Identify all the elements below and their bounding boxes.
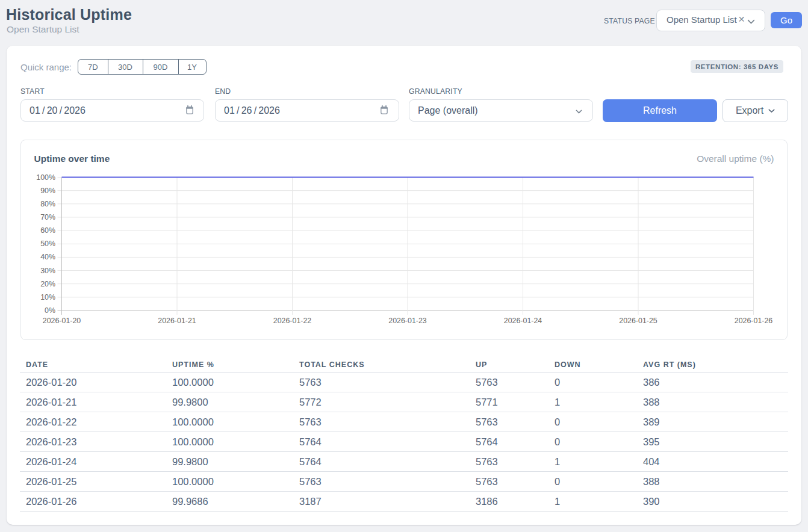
svg-text:10%: 10%	[40, 293, 55, 302]
svg-text:80%: 80%	[40, 200, 55, 208]
svg-text:40%: 40%	[40, 253, 55, 261]
svg-text:2026-01-24: 2026-01-24	[504, 317, 542, 325]
svg-text:2026-01-20: 2026-01-20	[43, 317, 81, 325]
svg-text:20%: 20%	[40, 280, 55, 288]
svg-text:0%: 0%	[45, 306, 55, 315]
svg-text:2026-01-22: 2026-01-22	[273, 317, 311, 325]
svg-text:90%: 90%	[40, 187, 55, 195]
svg-text:100%: 100%	[36, 173, 55, 182]
svg-text:70%: 70%	[40, 213, 55, 221]
svg-text:30%: 30%	[40, 267, 55, 275]
svg-text:50%: 50%	[40, 240, 55, 248]
svg-text:2026-01-26: 2026-01-26	[735, 317, 772, 325]
svg-text:2026-01-25: 2026-01-25	[619, 317, 657, 325]
svg-text:2026-01-23: 2026-01-23	[388, 317, 426, 325]
svg-text:60%: 60%	[40, 226, 55, 235]
svg-text:2026-01-21: 2026-01-21	[158, 317, 196, 325]
